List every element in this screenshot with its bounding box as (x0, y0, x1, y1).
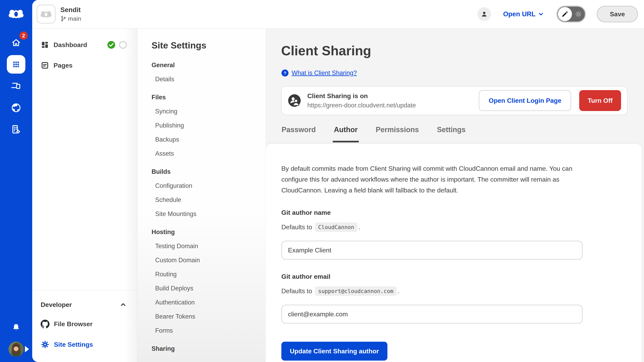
tab-settings[interactable]: Settings (437, 125, 466, 144)
git-author-name-label: Git author name (281, 209, 625, 216)
sidebar-item-file-browser[interactable]: File Browser (32, 314, 137, 334)
help-link[interactable]: What is Client Sharing? (292, 69, 357, 77)
update-author-button[interactable]: Update Client Sharing author (281, 342, 388, 361)
settings-item-forms[interactable]: Forms (152, 327, 258, 334)
devices-icon[interactable] (7, 77, 25, 95)
git-branch-icon (60, 16, 66, 22)
sidebar-item-label: Site Settings (54, 341, 93, 348)
empty-circle-icon (119, 41, 127, 49)
columns: Dashboard Pages (32, 28, 644, 362)
git-author-email-input[interactable] (281, 305, 582, 324)
client-sharing-people-icon (288, 94, 301, 107)
email-default-code: support@cloudcannon.com (315, 286, 397, 296)
sheet: Sendit main Open URL (32, 0, 644, 362)
git-author-name-input[interactable] (281, 241, 582, 260)
settings-item-site-mountings[interactable]: Site Mountings (152, 210, 258, 218)
site-logo[interactable] (37, 5, 56, 23)
turn-off-button[interactable]: Turn Off (579, 90, 621, 111)
github-icon (41, 320, 50, 329)
organization-settings-icon[interactable] (7, 120, 25, 139)
settings-item-authentication[interactable]: Authentication (152, 299, 258, 306)
app-root: 2 (0, 0, 644, 362)
edit-mode-toggle[interactable] (556, 6, 586, 22)
tab-password[interactable]: Password (282, 125, 316, 144)
expand-arrow[interactable] (25, 346, 29, 352)
settings-group-builds: Builds Configuration Schedule Site Mount… (152, 168, 258, 218)
gear-icon (574, 10, 582, 18)
status-actions: Open Client Login Page Turn Off (479, 90, 621, 111)
settings-item-syncing[interactable]: Syncing (152, 108, 258, 115)
settings-item-assets[interactable]: Assets (152, 150, 258, 157)
sidebar-item-label: Dashboard (54, 41, 87, 49)
person-icon[interactable] (477, 7, 491, 21)
notification-badge: 2 (19, 31, 28, 40)
gear-icon (41, 340, 50, 349)
author-tab-panel: By default commits made from Client Shar… (266, 144, 642, 362)
save-button[interactable]: Save (597, 6, 638, 22)
status-url: https://green-door.cloudvent.net/update (307, 102, 416, 109)
settings-group-hosting: Hosting Testing Domain Custom Domain Rou… (152, 228, 258, 334)
topbar: Sendit main Open URL (32, 0, 644, 28)
tab-permissions[interactable]: Permissions (376, 125, 419, 144)
email-defaults-row: Defaults to support@cloudcannon.com . (281, 286, 625, 296)
chevron-up-icon (119, 301, 127, 309)
settings-item-routing[interactable]: Routing (152, 271, 258, 278)
project-nav: Dashboard Pages (32, 28, 138, 362)
settings-group-sharing: Sharing (152, 345, 258, 352)
bell-icon[interactable] (7, 319, 25, 337)
pages-icon (41, 61, 49, 70)
name-default-code: CloudCannon (315, 222, 358, 232)
developer-section: Developer File Browser (32, 290, 137, 362)
branch-name: main (68, 15, 81, 22)
apps-grid-icon[interactable] (7, 55, 25, 74)
branch-row: main (60, 15, 81, 22)
developer-label: Developer (41, 301, 72, 309)
settings-item-schedule[interactable]: Schedule (152, 196, 258, 204)
svg-text:?: ? (284, 71, 286, 76)
rail-bottom (7, 319, 25, 357)
settings-item-configuration[interactable]: Configuration (152, 182, 258, 189)
sidebar-item-dashboard[interactable]: Dashboard (32, 34, 137, 55)
settings-nav: Site Settings General Details Files Sync… (138, 28, 266, 362)
topbar-right: Open URL (477, 6, 638, 22)
status-title: Client Sharing is on (307, 92, 416, 100)
rail-nav: 2 (7, 33, 25, 139)
help-link-row: ? What is Client Sharing? (281, 69, 628, 77)
site-meta: Sendit main (60, 6, 81, 22)
open-url-button[interactable]: Open URL (503, 10, 544, 18)
main-content: Client Sharing ? What is Client Sharing? (266, 28, 644, 362)
client-sharing-status-card: Client Sharing is on https://green-door.… (281, 86, 628, 115)
tabs: Password Author Permissions Settings (281, 125, 628, 144)
settings-item-publishing[interactable]: Publishing (152, 122, 258, 129)
page-title: Client Sharing (281, 43, 628, 58)
settings-nav-title: Site Settings (152, 40, 258, 51)
primary-rail: 2 (0, 0, 32, 362)
status-texts: Client Sharing is on https://green-door.… (307, 92, 416, 109)
name-defaults-row: Defaults to CloudCannon . (281, 222, 625, 232)
user-avatar[interactable] (8, 342, 24, 357)
home-icon[interactable]: 2 (7, 33, 25, 52)
sidebar-item-site-settings[interactable]: Site Settings (32, 334, 137, 355)
open-url-label: Open URL (503, 10, 536, 18)
git-author-email-label: Git author email (281, 273, 625, 280)
question-circle-icon: ? (281, 69, 289, 77)
settings-item-backups[interactable]: Backups (152, 136, 258, 143)
settings-group-general: General Details (152, 61, 258, 83)
settings-item-details[interactable]: Details (152, 76, 258, 83)
sidebar-item-pages[interactable]: Pages (32, 55, 137, 76)
sidebar-item-label: Pages (54, 62, 72, 69)
dashboard-status (107, 40, 127, 49)
pencil-icon (558, 7, 572, 21)
settings-item-build-deploys[interactable]: Build Deploys (152, 285, 258, 292)
author-description: By default commits made from Client Shar… (281, 163, 583, 196)
open-client-login-button[interactable]: Open Client Login Page (479, 90, 571, 111)
settings-item-bearer-tokens[interactable]: Bearer Tokens (152, 313, 258, 320)
developer-header[interactable]: Developer (32, 296, 137, 314)
tab-author[interactable]: Author (334, 125, 358, 144)
cloudcannon-logo[interactable] (8, 5, 24, 22)
settings-item-custom-domain[interactable]: Custom Domain (152, 257, 258, 264)
settings-item-testing-domain[interactable]: Testing Domain (152, 243, 258, 250)
sidebar-item-label: File Browser (54, 320, 92, 328)
chevron-down-icon (538, 11, 544, 17)
globe-icon[interactable] (7, 98, 25, 117)
